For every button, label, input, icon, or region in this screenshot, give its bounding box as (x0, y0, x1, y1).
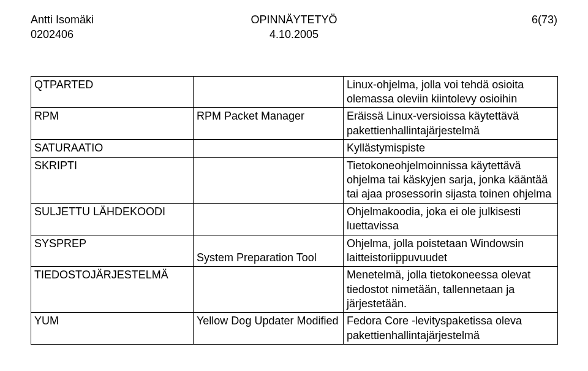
definition-cell: Linux-ohjelma, jolla voi tehdä osioita o… (344, 76, 558, 108)
term-cell: SULJETTU LÄHDEKOODI (31, 203, 194, 235)
abbr-cell (194, 76, 344, 108)
definition-cell: Menetelmä, jolla tietokoneessa olevat ti… (344, 267, 558, 313)
table-row: RPM RPM Packet Manager Eräissä Linux-ver… (31, 108, 558, 140)
term-cell: TIEDOSTOJÄRJESTELMÄ (31, 267, 194, 313)
abbr-cell (194, 203, 344, 235)
page-header: Antti Isomäki 0202406 OPINNÄYTETYÖ 4.10.… (31, 12, 557, 42)
abbr-cell (194, 140, 344, 157)
author-id: 0202406 (31, 27, 94, 42)
page: Antti Isomäki 0202406 OPINNÄYTETYÖ 4.10.… (0, 0, 588, 371)
term-cell: SKRIPTI (31, 157, 194, 203)
table-row: SKRIPTI Tietokoneohjelmoinnissa käytettä… (31, 157, 558, 203)
table-row: QTPARTED Linux-ohjelma, jolla voi tehdä … (31, 76, 558, 108)
definition-cell: Kyllästymispiste (344, 140, 558, 157)
table-row: SATURAATIO Kyllästymispiste (31, 140, 558, 157)
table-row: SULJETTU LÄHDEKOODI Ohjelmakoodia, joka … (31, 203, 558, 235)
table-row: TIEDOSTOJÄRJESTELMÄ Menetelmä, jolla tie… (31, 267, 558, 313)
page-number: 6(73) (532, 12, 557, 27)
abbr-cell: RPM Packet Manager (194, 108, 344, 140)
definition-cell: Tietokoneohjelmoinnissa käytettävä ohjel… (344, 157, 558, 203)
term-cell: RPM (31, 108, 194, 140)
table-row: YUM Yellow Dog Updater Modified Fedora C… (31, 313, 558, 345)
term-cell: QTPARTED (31, 76, 194, 108)
term-cell: SATURAATIO (31, 140, 194, 157)
definition-cell: Ohjelmakoodia, joka ei ole julkisesti lu… (344, 203, 558, 235)
definition-cell: Fedora Core -levityspaketissa oleva pake… (344, 313, 558, 345)
abbr-cell (194, 157, 344, 203)
glossary-table: QTPARTED Linux-ohjelma, jolla voi tehdä … (31, 76, 558, 345)
header-left: Antti Isomäki 0202406 (31, 12, 94, 42)
definition-cell: Ohjelma, jolla poistetaan Windowsin lait… (344, 235, 558, 267)
table-row: SYSPREP System Preparation Tool Ohjelma,… (31, 235, 558, 267)
term-cell: SYSPREP (31, 235, 194, 267)
abbr-cell: Yellow Dog Updater Modified (194, 313, 344, 345)
author-name: Antti Isomäki (31, 12, 94, 27)
abbr-cell (194, 267, 344, 313)
header-right: 6(73) (532, 12, 557, 27)
term-cell: YUM (31, 313, 194, 345)
definition-cell: Eräissä Linux-versioissa käytettävä pake… (344, 108, 558, 140)
abbr-cell: System Preparation Tool (194, 235, 344, 267)
